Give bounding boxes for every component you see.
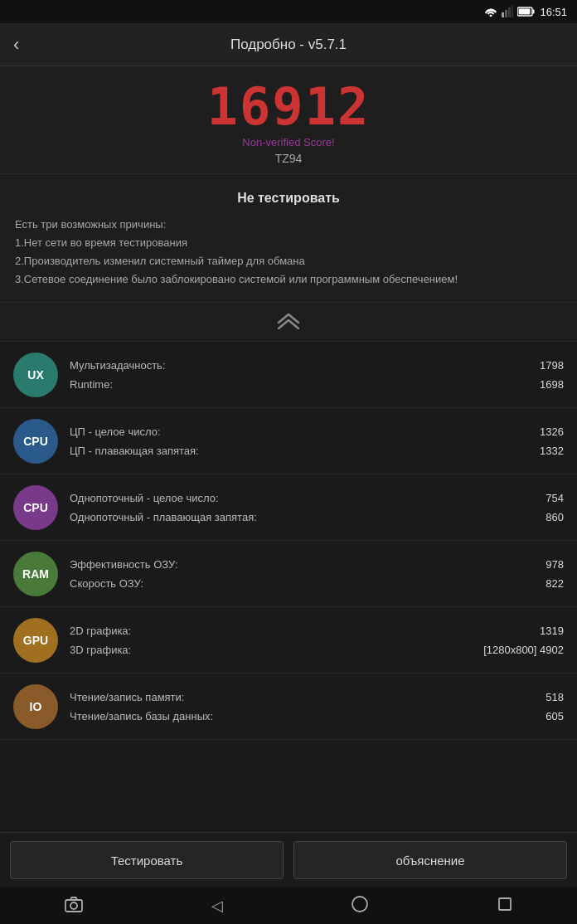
score-row-3-1: Скорость ОЗУ:822 <box>70 577 564 590</box>
score-group-2: CPUОднопоточный - целое число:754Однопот… <box>0 474 577 541</box>
status-time: 16:51 <box>540 6 567 18</box>
score-row-label-5-1: Чтение/запись базы данных: <box>70 710 213 722</box>
warning-line-1: 1.Нет сети во время тестирования <box>15 234 562 252</box>
score-row-2-0: Однопоточный - целое число:754 <box>70 492 564 504</box>
score-row-4-1: 3D графика:[1280x800] 4902 <box>70 644 564 656</box>
score-group-0: UXМультизадачность:1798Runtime:1698 <box>0 342 577 408</box>
recent-nav-icon[interactable] <box>497 896 513 917</box>
score-group-1: CPUЦП - целое число:1326ЦП - плавающая з… <box>0 408 577 474</box>
back-nav-icon[interactable]: ◁ <box>211 897 223 915</box>
score-row-0-0: Мультизадачность:1798 <box>70 359 564 372</box>
score-row-value-5-0: 518 <box>545 691 564 703</box>
collapse-arrow[interactable] <box>0 303 577 342</box>
status-icons: 16:51 <box>484 6 567 18</box>
score-row-2-1: Однопоточный - плавающая запятая:860 <box>70 511 564 523</box>
score-row-label-1-1: ЦП - плавающая запятая: <box>70 445 199 457</box>
score-row-3-0: Эффективность ОЗУ:978 <box>70 558 564 571</box>
svg-rect-2 <box>508 7 511 17</box>
svg-point-8 <box>70 902 77 909</box>
score-row-value-4-1: [1280x800] 4902 <box>483 644 564 656</box>
score-rows-4: 2D графика:13193D графика:[1280x800] 490… <box>70 615 564 664</box>
score-row-value-5-1: 605 <box>545 710 564 722</box>
score-row-label-2-0: Однопоточный - целое число: <box>70 492 219 504</box>
wifi-icon <box>484 7 497 17</box>
score-row-label-4-0: 2D графика: <box>70 625 131 637</box>
score-row-value-1-1: 1332 <box>540 445 564 457</box>
score-rows-1: ЦП - целое число:1326ЦП - плавающая запя… <box>70 416 564 465</box>
score-row-value-3-1: 822 <box>545 577 564 590</box>
score-row-value-1-0: 1326 <box>540 426 564 438</box>
badge-cpu-2: CPU <box>13 485 58 530</box>
warning-title: Не тестировать <box>15 191 562 206</box>
svg-rect-0 <box>502 12 504 17</box>
score-row-value-3-0: 978 <box>545 558 564 571</box>
warning-text: Есть три возможных причины: 1.Нет сети в… <box>15 216 562 289</box>
score-row-value-2-0: 754 <box>545 492 564 504</box>
signal-icon <box>502 6 513 17</box>
score-rows-2: Однопоточный - целое число:754Однопоточн… <box>70 483 564 532</box>
back-button[interactable]: ‹ <box>13 34 19 56</box>
score-row-label-5-0: Чтение/запись памяти: <box>70 691 184 703</box>
score-row-5-0: Чтение/запись памяти:518 <box>70 691 564 703</box>
svg-rect-6 <box>519 9 531 15</box>
score-row-value-4-0: 1319 <box>540 625 564 637</box>
svg-rect-1 <box>505 10 507 17</box>
score-rows-0: Мультизадачность:1798Runtime:1698 <box>70 350 564 399</box>
svg-rect-5 <box>533 10 535 14</box>
score-row-5-1: Чтение/запись базы данных:605 <box>70 710 564 722</box>
score-section: 16912 Non-verified Score! TZ94 <box>0 66 577 174</box>
badge-ram-3: RAM <box>13 552 58 596</box>
score-row-label-3-1: Скорость ОЗУ: <box>70 577 143 590</box>
score-row-4-0: 2D графика:1319 <box>70 625 564 637</box>
explain-button[interactable]: объяснение <box>293 841 567 879</box>
warning-line-3: 3.Сетевое соединение было заблокировано … <box>15 270 562 289</box>
score-row-value-0-0: 1798 <box>540 359 564 372</box>
score-label: Non-verified Score! <box>0 136 577 148</box>
svg-rect-3 <box>512 6 513 17</box>
battery-icon <box>517 7 536 17</box>
bottom-buttons: Тестировать объяснение <box>0 832 577 888</box>
score-row-label-0-1: Runtime: <box>70 378 113 391</box>
score-row-label-4-1: 3D графика: <box>70 644 131 656</box>
header: ‹ Подробно - v5.7.1 <box>0 23 577 66</box>
svg-rect-7 <box>65 900 82 912</box>
score-group-3: RAMЭффективность ОЗУ:978Скорость ОЗУ:822 <box>0 541 577 607</box>
score-row-1-1: ЦП - плавающая запятая:1332 <box>70 445 564 457</box>
home-nav-icon[interactable] <box>351 895 369 917</box>
badge-ux-0: UX <box>13 353 58 397</box>
badge-io-5: IO <box>13 684 58 729</box>
warning-section: Не тестировать Есть три возможных причин… <box>0 174 577 303</box>
score-row-0-1: Runtime:1698 <box>70 378 564 391</box>
score-row-label-2-1: Однопоточный - плавающая запятая: <box>70 511 257 523</box>
score-row-value-0-1: 1698 <box>540 378 564 391</box>
score-row-label-0-0: Мультизадачность: <box>70 359 166 372</box>
status-bar: 16:51 <box>0 0 577 23</box>
scores-list: UXМультизадачность:1798Runtime:1698CPUЦП… <box>0 342 577 748</box>
score-row-label-3-0: Эффективность ОЗУ: <box>70 558 178 571</box>
badge-gpu-4: GPU <box>13 618 58 663</box>
score-rows-5: Чтение/запись памяти:518Чтение/запись ба… <box>70 682 564 731</box>
score-device: TZ94 <box>0 152 577 165</box>
camera-nav-icon[interactable] <box>64 896 84 917</box>
score-row-label-1-0: ЦП - целое число: <box>70 426 161 438</box>
warning-line-0: Есть три возможных причины: <box>15 216 562 234</box>
score-row-1-0: ЦП - целое число:1326 <box>70 426 564 438</box>
chevron-up-icon <box>275 311 302 329</box>
test-button[interactable]: Тестировать <box>10 841 284 879</box>
score-number: 16912 <box>0 81 577 133</box>
warning-line-2: 2.Производитель изменил системный таймер… <box>15 252 562 270</box>
svg-rect-10 <box>499 898 511 910</box>
badge-cpu-1: CPU <box>13 419 58 464</box>
header-title: Подробно - v5.7.1 <box>230 36 347 53</box>
score-group-4: GPU2D графика:13193D графика:[1280x800] … <box>0 607 577 674</box>
nav-bar: ◁ <box>0 888 577 924</box>
score-group-5: IOЧтение/запись памяти:518Чтение/запись … <box>0 674 577 740</box>
score-rows-3: Эффективность ОЗУ:978Скорость ОЗУ:822 <box>70 549 564 598</box>
score-row-value-2-1: 860 <box>545 511 564 523</box>
svg-point-9 <box>352 897 367 912</box>
